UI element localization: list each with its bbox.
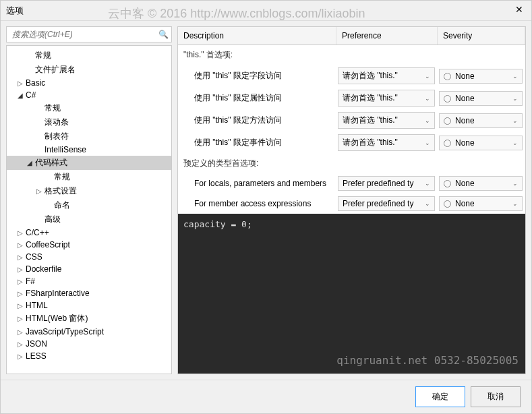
titlebar: 选项 ✕ xyxy=(1,1,531,21)
options-tree[interactable]: 常规文件扩展名▷Basic◢C#常规滚动条制表符IntelliSense◢代码样… xyxy=(6,45,172,374)
tree-item-label: LESS xyxy=(24,351,47,361)
tree-arrow-icon: ▷ xyxy=(16,266,24,273)
tree-item[interactable]: ◢代码样式 xyxy=(7,156,171,170)
tree-item[interactable]: 常规 xyxy=(7,170,171,184)
tree-item[interactable]: ▷LESS xyxy=(7,350,171,362)
row-description: 使用 "this" 限定字段访问 xyxy=(178,70,336,82)
tree-item[interactable]: ▷CoffeeScript xyxy=(7,239,171,251)
tree-item[interactable]: ▷F# xyxy=(7,275,171,287)
tree-arrow-icon: ◢ xyxy=(16,92,24,99)
grid-body: "this." 首选项:使用 "this" 限定字段访问请勿首选 "this."… xyxy=(178,45,525,214)
tree-arrow-icon: ▷ xyxy=(16,80,24,87)
tree-arrow-icon: ▷ xyxy=(16,290,24,297)
preference-dropdown[interactable]: Prefer predefined ty⌄ xyxy=(338,176,435,191)
tree-item-label: JSON xyxy=(24,339,47,349)
tree-item[interactable]: ▷C/C++ xyxy=(7,227,171,239)
tree-item[interactable]: ▷格式设置 xyxy=(7,184,171,198)
cancel-button[interactable]: 取消 xyxy=(471,386,521,407)
tree-item-label: 常规 xyxy=(43,102,61,114)
tree-arrow-icon: ▷ xyxy=(16,315,24,322)
table-row: For locals, parameters and membersPrefer… xyxy=(178,173,525,194)
preference-dropdown[interactable]: 请勿首选 "this."⌄ xyxy=(338,134,435,151)
right-panel: Description Preference Severity "this." … xyxy=(177,26,526,374)
tree-item[interactable]: ▷JSON xyxy=(7,338,171,350)
tree-item-label: C# xyxy=(24,90,36,100)
search-icon[interactable]: 🔍 xyxy=(155,27,171,42)
tree-item-label: C/C++ xyxy=(24,228,49,237)
tree-item[interactable]: 滚动条 xyxy=(7,115,171,129)
table-row: For member access expressionsPrefer pred… xyxy=(178,194,525,214)
tree-item[interactable]: 常规 xyxy=(7,49,171,63)
group-header: 预定义的类型首选项: xyxy=(178,154,525,173)
tree-item-label: 滚动条 xyxy=(43,117,69,128)
tree-arrow-icon: ▷ xyxy=(16,353,24,360)
tree-item-label: 文件扩展名 xyxy=(34,64,76,76)
chevron-down-icon: ⌄ xyxy=(425,140,430,146)
radio-icon xyxy=(444,180,451,187)
severity-dropdown[interactable]: None⌄ xyxy=(439,136,523,150)
tree-item[interactable]: 文件扩展名 xyxy=(7,63,171,77)
search-box: 🔍 xyxy=(6,26,172,42)
tree-arrow-icon: ▷ xyxy=(16,328,24,336)
severity-dropdown[interactable]: None⌄ xyxy=(439,176,523,191)
tree-item-label: HTML(Web 窗体) xyxy=(24,313,88,324)
dialog-title: 选项 xyxy=(6,5,512,17)
severity-dropdown[interactable]: None⌄ xyxy=(439,69,523,84)
severity-dropdown[interactable]: None⌄ xyxy=(439,196,523,211)
radio-icon xyxy=(444,95,451,102)
tree-arrow-icon: ▷ xyxy=(16,241,24,249)
tree-item-label: 常规 xyxy=(34,50,51,61)
tree-item[interactable]: 常规 xyxy=(7,101,171,115)
tree-item-label: 高级 xyxy=(43,214,61,225)
row-description: 使用 "this" 限定属性访问 xyxy=(178,92,336,104)
tree-item-label: Dockerfile xyxy=(24,264,61,274)
row-description: For member access expressions xyxy=(178,199,336,208)
tree-item[interactable]: ▷Dockerfile xyxy=(7,263,171,275)
chevron-down-icon: ⌄ xyxy=(512,140,518,146)
left-panel: 🔍 常规文件扩展名▷Basic◢C#常规滚动条制表符IntelliSense◢代… xyxy=(6,26,172,374)
chevron-down-icon: ⌄ xyxy=(425,180,430,187)
tree-item-label: JavaScript/TypeScript xyxy=(24,327,104,336)
preference-dropdown[interactable]: 请勿首选 "this."⌄ xyxy=(338,90,435,107)
header-severity: Severity xyxy=(438,27,525,45)
tree-item[interactable]: ▷CSS xyxy=(7,251,171,263)
severity-dropdown[interactable]: None⌄ xyxy=(439,113,523,128)
chevron-down-icon: ⌄ xyxy=(425,200,430,207)
preference-dropdown[interactable]: 请勿首选 "this."⌄ xyxy=(338,67,435,84)
radio-icon xyxy=(444,140,451,147)
tree-item[interactable]: 制表符 xyxy=(7,129,171,144)
severity-dropdown[interactable]: None⌄ xyxy=(439,91,523,106)
chevron-down-icon: ⌄ xyxy=(512,200,518,207)
tree-item[interactable]: ▷JavaScript/TypeScript xyxy=(7,326,171,338)
chevron-down-icon: ⌄ xyxy=(512,73,518,80)
search-input[interactable] xyxy=(7,27,155,42)
chevron-down-icon: ⌄ xyxy=(425,95,430,102)
tree-item-label: 格式设置 xyxy=(43,185,77,197)
tree-item[interactable]: ▷HTML(Web 窗体) xyxy=(7,312,171,326)
tree-item[interactable]: 高级 xyxy=(7,212,171,227)
ok-button[interactable]: 确定 xyxy=(415,386,465,407)
chevron-down-icon: ⌄ xyxy=(512,117,518,124)
tree-arrow-icon: ▷ xyxy=(16,302,24,309)
tree-item[interactable]: ▷Basic xyxy=(7,77,171,89)
tree-item-label: FSharpInteractive xyxy=(24,289,90,298)
preference-dropdown[interactable]: 请勿首选 "this."⌄ xyxy=(338,112,435,129)
tree-item[interactable]: ▷FSharpInteractive xyxy=(7,287,171,299)
tree-item[interactable]: ▷HTML xyxy=(7,299,171,312)
tree-item-label: 命名 xyxy=(53,200,70,211)
tree-item-label: Basic xyxy=(24,78,45,88)
tree-arrow-icon: ▷ xyxy=(16,254,24,261)
code-watermark: qingruanit.net 0532-85025005 xyxy=(336,354,519,367)
tree-item-label: 制表符 xyxy=(43,131,69,142)
tree-item-label: IntelliSense xyxy=(43,145,86,154)
table-row: 使用 "this" 限定事件访问请勿首选 "this."⌄None⌄ xyxy=(178,131,525,154)
preference-dropdown[interactable]: Prefer predefined ty⌄ xyxy=(338,196,435,211)
table-row: 使用 "this" 限定属性访问请勿首选 "this."⌄None⌄ xyxy=(178,87,525,109)
tree-arrow-icon: ▷ xyxy=(16,341,24,348)
tree-item[interactable]: IntelliSense xyxy=(7,144,171,156)
grid-header: Description Preference Severity xyxy=(178,27,525,45)
tree-arrow-icon: ◢ xyxy=(26,159,34,167)
tree-item[interactable]: ◢C# xyxy=(7,89,171,101)
close-icon[interactable]: ✕ xyxy=(512,4,526,18)
tree-item[interactable]: 命名 xyxy=(7,198,171,212)
